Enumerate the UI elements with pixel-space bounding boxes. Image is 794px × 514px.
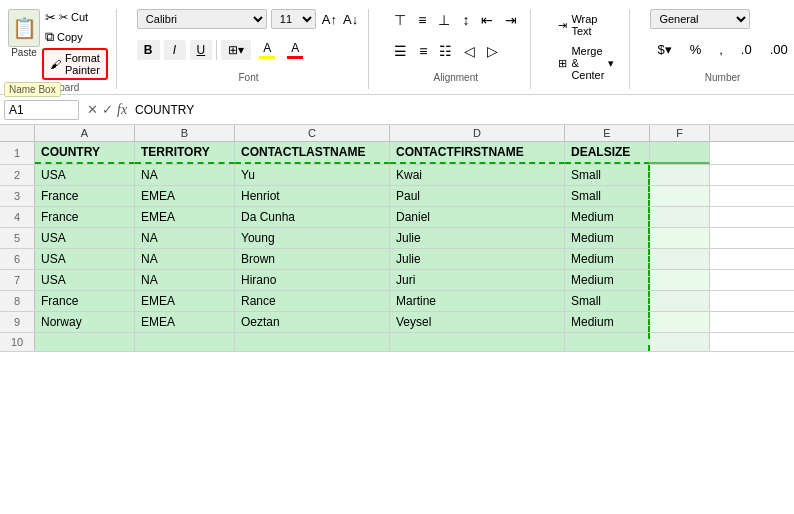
list-item[interactable]: France	[35, 186, 135, 206]
list-item[interactable]: CONTACTFIRSTNAME	[390, 142, 565, 164]
cut-button[interactable]: ✂ ✂ Cut	[42, 9, 108, 26]
list-item[interactable]: CONTACTLASTNAME	[235, 142, 390, 164]
list-item[interactable]: NA	[135, 249, 235, 269]
list-item[interactable]	[650, 270, 710, 290]
list-item[interactable]: TERRITORY	[135, 142, 235, 164]
list-item[interactable]	[35, 333, 135, 351]
col-header-c[interactable]: C	[235, 125, 390, 141]
align-top-button[interactable]: ⊤	[389, 9, 411, 31]
list-item[interactable]: Hirano	[235, 270, 390, 290]
list-item[interactable]: Henriot	[235, 186, 390, 206]
outdent-button[interactable]: ⇥	[500, 9, 522, 31]
align-bottom-button[interactable]: ⊥	[433, 9, 455, 31]
decrease-indent-button[interactable]: ◁	[459, 40, 480, 62]
increase-size-button[interactable]: A↑	[320, 12, 339, 27]
underline-button[interactable]: U	[190, 40, 213, 60]
copy-button[interactable]: ⧉ Copy	[42, 28, 108, 46]
list-item[interactable]: Young	[235, 228, 390, 248]
list-item[interactable]: EMEA	[135, 312, 235, 332]
list-item[interactable]: Juri	[390, 270, 565, 290]
align-middle-button[interactable]: ≡	[413, 9, 431, 31]
align-right-button[interactable]: ☷	[434, 40, 457, 62]
number-format-select[interactable]: General	[650, 9, 750, 29]
currency-button[interactable]: $▾	[650, 39, 678, 60]
list-item[interactable]: NA	[135, 228, 235, 248]
list-item[interactable]: Oeztan	[235, 312, 390, 332]
list-item[interactable]: Yu	[235, 165, 390, 185]
merge-center-button[interactable]: ⊞ Merge & Center ▾	[551, 41, 621, 85]
list-item[interactable]	[390, 333, 565, 351]
font-color-button[interactable]: A	[283, 39, 307, 61]
bold-button[interactable]: B	[137, 40, 160, 60]
list-item[interactable]: USA	[35, 249, 135, 269]
list-item[interactable]: Veysel	[390, 312, 565, 332]
increase-decimal-button[interactable]: .00	[763, 39, 794, 60]
list-item[interactable]: Small	[565, 165, 650, 185]
list-item[interactable]: Da Cunha	[235, 207, 390, 227]
list-item[interactable]: Medium	[565, 249, 650, 269]
list-item[interactable]	[650, 165, 710, 185]
list-item[interactable]: Medium	[565, 207, 650, 227]
list-item[interactable]: Medium	[565, 228, 650, 248]
list-item[interactable]: Norway	[35, 312, 135, 332]
comma-button[interactable]: ,	[712, 39, 730, 60]
list-item[interactable]	[650, 207, 710, 227]
list-item[interactable]: USA	[35, 228, 135, 248]
indent-button[interactable]: ⇤	[476, 9, 498, 31]
list-item[interactable]: COUNTRY	[35, 142, 135, 164]
list-item[interactable]	[650, 142, 710, 164]
list-item[interactable]: Medium	[565, 312, 650, 332]
list-item[interactable]: Martine	[390, 291, 565, 311]
list-item[interactable]: USA	[35, 270, 135, 290]
percent-button[interactable]: %	[683, 39, 709, 60]
wrap-text-button[interactable]: ⇥ Wrap Text	[551, 9, 621, 41]
list-item[interactable]: Small	[565, 186, 650, 206]
fill-color-button[interactable]: A	[255, 39, 279, 61]
list-item[interactable]: Rance	[235, 291, 390, 311]
list-item[interactable]	[650, 312, 710, 332]
list-item[interactable]: Daniel	[390, 207, 565, 227]
list-item[interactable]: Julie	[390, 228, 565, 248]
list-item[interactable]	[650, 249, 710, 269]
col-header-d[interactable]: D	[390, 125, 565, 141]
font-family-select[interactable]: Calibri	[137, 9, 267, 29]
col-header-f[interactable]: F	[650, 125, 710, 141]
increase-indent-button[interactable]: ▷	[482, 40, 503, 62]
decrease-size-button[interactable]: A↓	[341, 12, 360, 27]
list-item[interactable]: Paul	[390, 186, 565, 206]
list-item[interactable]: NA	[135, 270, 235, 290]
border-button[interactable]: ⊞▾	[221, 40, 251, 60]
font-size-select[interactable]: 11	[271, 9, 316, 29]
text-direction-button[interactable]: ↕	[457, 9, 474, 31]
list-item[interactable]: EMEA	[135, 207, 235, 227]
fx-icon[interactable]: fx	[117, 102, 127, 118]
list-item[interactable]: NA	[135, 165, 235, 185]
list-item[interactable]	[135, 333, 235, 351]
align-left-button[interactable]: ☰	[389, 40, 412, 62]
list-item[interactable]: Small	[565, 291, 650, 311]
confirm-formula-icon[interactable]: ✓	[102, 102, 113, 117]
list-item[interactable]: Brown	[235, 249, 390, 269]
list-item[interactable]	[650, 291, 710, 311]
list-item[interactable]: EMEA	[135, 291, 235, 311]
list-item[interactable]: Medium	[565, 270, 650, 290]
col-header-b[interactable]: B	[135, 125, 235, 141]
list-item[interactable]	[650, 333, 710, 351]
list-item[interactable]: EMEA	[135, 186, 235, 206]
list-item[interactable]	[565, 333, 650, 351]
decrease-decimal-button[interactable]: .0	[734, 39, 759, 60]
list-item[interactable]: France	[35, 291, 135, 311]
col-header-a[interactable]: A	[35, 125, 135, 141]
italic-button[interactable]: I	[164, 40, 186, 60]
list-item[interactable]	[650, 228, 710, 248]
align-center-button[interactable]: ≡	[414, 40, 432, 62]
format-painter-button[interactable]: 🖌 Format Painter	[42, 48, 108, 80]
list-item[interactable]	[235, 333, 390, 351]
list-item[interactable]: Julie	[390, 249, 565, 269]
list-item[interactable]: France	[35, 207, 135, 227]
list-item[interactable]: Kwai	[390, 165, 565, 185]
cancel-formula-icon[interactable]: ✕	[87, 102, 98, 117]
list-item[interactable]	[650, 186, 710, 206]
list-item[interactable]: DEALSIZE	[565, 142, 650, 164]
list-item[interactable]: USA	[35, 165, 135, 185]
